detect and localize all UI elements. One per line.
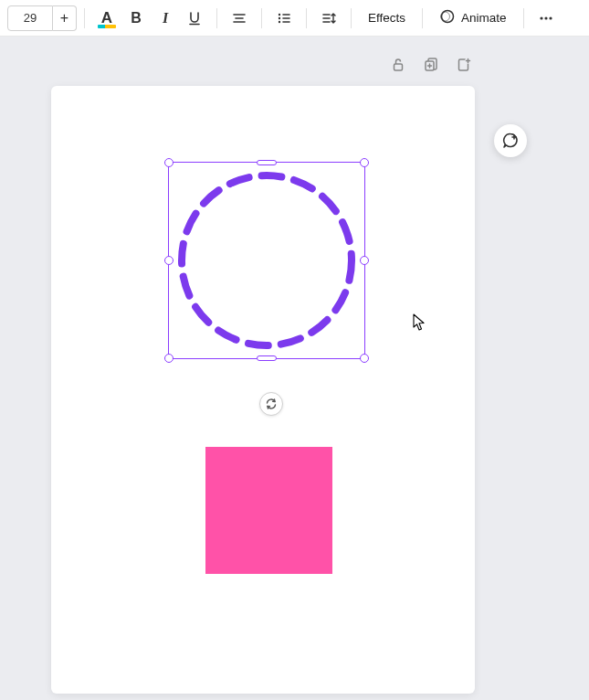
svg-point-6 <box>279 20 280 22</box>
resize-handle-bottom[interactable] <box>257 355 277 361</box>
svg-rect-18 <box>394 64 403 70</box>
resize-handle-br[interactable] <box>360 354 369 363</box>
more-icon <box>538 10 554 27</box>
underline-icon <box>186 10 203 27</box>
animate-button[interactable]: Animate <box>430 4 516 33</box>
bold-button[interactable]: B <box>121 4 151 33</box>
canvas-area[interactable] <box>0 37 589 700</box>
divider <box>216 8 217 28</box>
svg-point-16 <box>544 16 547 19</box>
underline-button[interactable] <box>180 4 209 33</box>
rotate-icon <box>265 398 278 410</box>
page-actions <box>390 57 472 73</box>
divider <box>261 8 262 28</box>
align-button[interactable] <box>225 4 254 33</box>
lock-button[interactable] <box>390 57 406 73</box>
pink-square-shape[interactable] <box>205 447 332 574</box>
italic-button[interactable]: I <box>151 4 180 33</box>
align-icon <box>231 10 247 27</box>
svg-point-15 <box>540 16 542 19</box>
selection-box <box>168 162 365 359</box>
lock-icon <box>390 57 406 73</box>
list-icon <box>276 10 292 27</box>
resize-handle-tl[interactable] <box>164 158 174 167</box>
svg-point-4 <box>279 13 280 15</box>
svg-point-5 <box>279 16 280 18</box>
add-page-button[interactable] <box>456 57 472 73</box>
font-size-group: + <box>7 5 77 31</box>
divider <box>306 8 307 28</box>
add-page-icon <box>456 57 472 73</box>
font-size-increase-button[interactable]: + <box>53 5 77 31</box>
divider <box>523 8 524 28</box>
toolbar: + A B I <box>0 0 589 37</box>
more-button[interactable] <box>531 4 561 33</box>
svg-point-17 <box>549 16 552 19</box>
duplicate-icon <box>423 57 439 73</box>
text-color-button[interactable]: A <box>92 4 121 33</box>
resize-handle-top[interactable] <box>257 160 277 165</box>
resize-handle-ml[interactable] <box>164 256 174 265</box>
text-color-swatch <box>98 25 116 28</box>
duplicate-page-button[interactable] <box>423 57 439 73</box>
design-canvas[interactable] <box>51 86 475 694</box>
divider <box>351 8 352 28</box>
rotate-handle[interactable] <box>259 392 283 416</box>
comment-add-icon <box>501 132 520 150</box>
spacing-button[interactable] <box>314 4 343 33</box>
list-button[interactable] <box>269 4 299 33</box>
spacing-icon <box>321 10 337 27</box>
resize-handle-bl[interactable] <box>164 354 174 363</box>
divider <box>422 8 423 28</box>
animate-icon <box>439 8 456 27</box>
animate-label: Animate <box>461 11 507 25</box>
effects-button[interactable]: Effects <box>359 4 415 33</box>
effects-label: Effects <box>368 11 405 25</box>
resize-handle-mr[interactable] <box>360 256 369 265</box>
resize-handle-tr[interactable] <box>360 158 369 167</box>
divider <box>84 8 85 28</box>
font-size-input[interactable] <box>7 5 53 31</box>
add-comment-button[interactable] <box>494 124 527 157</box>
